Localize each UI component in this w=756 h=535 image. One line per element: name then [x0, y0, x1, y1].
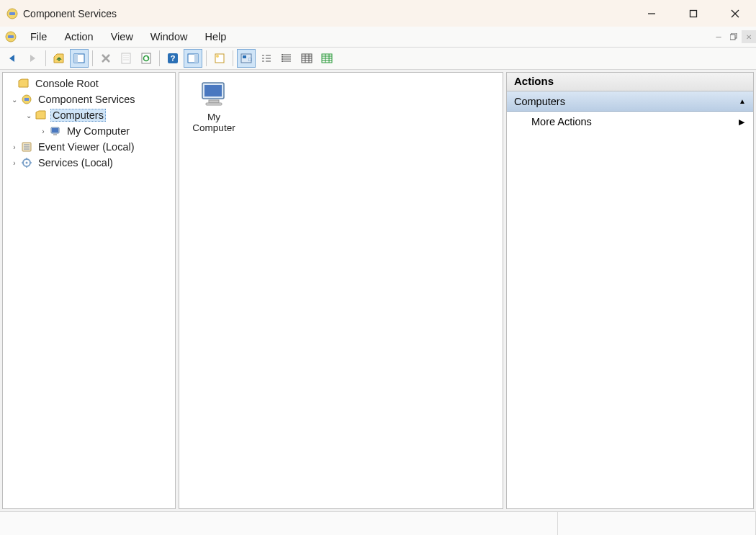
event-viewer-icon: [20, 140, 33, 153]
minimize-button[interactable]: [631, 0, 672, 27]
svg-rect-14: [122, 53, 130, 63]
svg-rect-7: [8, 35, 14, 38]
component-services-icon: [20, 93, 33, 106]
svg-rect-11: [74, 54, 78, 63]
tree-node-my-computer[interactable]: › My Computer: [4, 123, 174, 139]
expand-twisty-icon[interactable]: ›: [9, 159, 20, 167]
tree-node-component-services[interactable]: ⌄ Component Services: [4, 91, 174, 107]
actions-header: Actions: [507, 73, 753, 91]
toolbar: ? □: [0, 48, 756, 70]
svg-point-39: [282, 54, 283, 55]
svg-point-65: [26, 162, 28, 164]
view-status-button[interactable]: □: [237, 49, 256, 68]
window-title: Component Services: [23, 8, 631, 19]
services-icon: [20, 156, 33, 169]
workspace: Console Root ⌄ Component Services ⌄ Comp…: [0, 70, 756, 511]
toolbar-separator: [206, 50, 207, 66]
menu-file[interactable]: File: [22, 29, 55, 45]
console-tree[interactable]: Console Root ⌄ Component Services ⌄ Comp…: [4, 76, 174, 171]
mdi-controls: ─ ✕: [711, 27, 756, 47]
computer-icon: [49, 125, 62, 138]
toolbar-separator: [159, 50, 160, 66]
svg-rect-73: [206, 103, 222, 105]
svg-point-25: [216, 55, 219, 58]
content-panel[interactable]: My Computer: [179, 72, 503, 509]
app-icon: [6, 7, 19, 20]
close-button[interactable]: [714, 0, 756, 27]
svg-point-41: [282, 58, 283, 60]
tree-panel[interactable]: Console Root ⌄ Component Services ⌄ Comp…: [2, 72, 176, 509]
listview-item-label: My Computer: [185, 112, 243, 133]
expand-twisty-icon[interactable]: ›: [9, 143, 20, 151]
svg-rect-58: [52, 128, 58, 132]
tree-label: Computers: [50, 109, 106, 122]
view-detail2-button[interactable]: [318, 49, 336, 68]
menu-window[interactable]: Window: [142, 29, 197, 45]
svg-rect-9: [730, 35, 735, 40]
tree-label: Services (Local): [36, 156, 115, 169]
folder-icon: [17, 77, 30, 90]
svg-text:?: ?: [171, 54, 176, 63]
svg-point-42: [282, 60, 283, 62]
menu-view[interactable]: View: [102, 29, 142, 45]
tree-node-console-root[interactable]: Console Root: [4, 76, 174, 91]
status-cell: [558, 512, 756, 535]
help-button[interactable]: ?: [163, 49, 182, 68]
collapse-icon[interactable]: ▲: [739, 97, 746, 105]
svg-rect-1: [9, 12, 15, 15]
window-controls: [631, 0, 756, 27]
titlebar: Component Services: [0, 0, 756, 27]
tree-node-event-viewer[interactable]: › Event Viewer (Local): [4, 139, 174, 155]
refresh-button[interactable]: [137, 49, 156, 68]
view-detail1-button[interactable]: [297, 49, 316, 68]
listview-item-my-computer[interactable]: My Computer: [185, 78, 243, 133]
svg-rect-59: [53, 134, 57, 135]
svg-rect-72: [209, 100, 219, 103]
statusbar: [0, 511, 756, 535]
action-label: More Actions: [531, 116, 592, 127]
toolbar-separator: [92, 50, 93, 66]
svg-rect-23: [194, 54, 198, 63]
collapse-twisty-icon[interactable]: ⌄: [9, 96, 20, 104]
delete-button[interactable]: [96, 49, 115, 68]
forward-button[interactable]: [23, 49, 42, 68]
toolbar-separator: [233, 50, 233, 66]
svg-rect-3: [690, 10, 697, 17]
view-list2-button[interactable]: [277, 49, 296, 68]
tree-node-services[interactable]: › Services (Local): [4, 155, 174, 171]
new-window-button[interactable]: [210, 49, 229, 68]
actions-pane-button[interactable]: [184, 49, 202, 68]
tree-node-computers[interactable]: ⌄ Computers: [4, 107, 174, 123]
computer-icon: [199, 78, 229, 109]
view-list1-button[interactable]: [257, 49, 276, 68]
tree-label: Event Viewer (Local): [36, 140, 137, 153]
expand-twisty-icon[interactable]: ›: [37, 127, 49, 135]
actions-panel: Actions Computers ▲ More Actions ▶: [506, 72, 754, 509]
svg-rect-56: [24, 98, 29, 101]
properties-button[interactable]: [117, 49, 135, 68]
mmc-icon: [4, 30, 17, 43]
folder-icon: [35, 109, 48, 122]
action-more-actions[interactable]: More Actions ▶: [507, 112, 753, 132]
mdi-close-button[interactable]: ✕: [742, 30, 756, 43]
svg-rect-71: [204, 85, 222, 96]
mdi-restore-button[interactable]: [726, 30, 741, 43]
submenu-arrow-icon: ▶: [739, 117, 744, 127]
tree-label: My Computer: [65, 125, 132, 138]
svg-rect-27: [243, 55, 246, 58]
mdi-minimize-button[interactable]: ─: [711, 30, 726, 43]
menu-action[interactable]: Action: [55, 29, 102, 45]
status-cell: [0, 512, 558, 535]
menubar: File Action View Window Help ─ ✕: [0, 27, 756, 48]
maximize-button[interactable]: [672, 0, 714, 27]
up-level-button[interactable]: [50, 49, 68, 68]
tree-label: Component Services: [36, 93, 138, 106]
collapse-twisty-icon[interactable]: ⌄: [23, 112, 35, 120]
show-tree-button[interactable]: [70, 49, 89, 68]
back-button[interactable]: [3, 49, 22, 68]
toolbar-separator: [45, 50, 46, 66]
actions-group-computers[interactable]: Computers ▲: [507, 91, 753, 112]
menu-help[interactable]: Help: [196, 29, 235, 45]
tree-label: Console Root: [33, 77, 101, 90]
actions-group-label: Computers: [514, 96, 565, 107]
